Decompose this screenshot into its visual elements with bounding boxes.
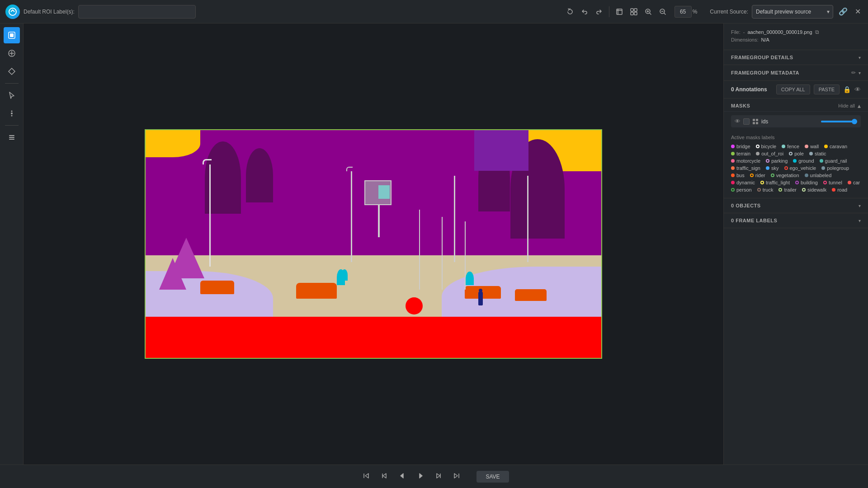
zoom-input[interactable] [675,6,692,18]
svg-point-0 [9,8,16,15]
label-dot-ego_vehicle [784,166,788,170]
label-text-sidewalk: sidewalk [807,187,826,192]
link-btn[interactable]: 🔗 [837,5,849,18]
zoom-out-btn[interactable] [656,6,669,17]
label-dot-bicycle [756,145,760,148]
label-dot-fence [782,145,785,148]
label-text-car: car [853,180,860,185]
label-item-sky[interactable]: sky [766,165,779,171]
label-item-traffic_light[interactable]: traffic_light [760,180,790,185]
pole2 [442,217,443,290]
label-dot-static [809,152,813,155]
sidebar-misc-btn[interactable] [4,129,20,145]
zoom-in-btn[interactable] [642,6,655,17]
framegroup-details-chevron: ▾ [859,55,861,60]
sidebar-divider-2 [5,125,19,126]
source-select-wrapper: Default preview source [752,5,833,19]
sidebar-layers-btn[interactable] [4,27,20,43]
sidebar-shapes-btn[interactable] [4,45,20,61]
label-item-vegetation[interactable]: vegetation [771,173,799,178]
svg-rect-5 [634,12,637,15]
mask-checkbox[interactable] [743,118,750,125]
framegroup-metadata-edit-icon[interactable]: ✏ [851,70,856,76]
label-item-caravan[interactable]: caravan [824,144,847,149]
car3 [465,286,501,299]
source-select[interactable]: Default preview source [752,5,833,19]
label-item-building[interactable]: building [795,180,818,185]
label-item-truck[interactable]: truck [757,187,774,192]
label-item-ego_vehicle[interactable]: ego_vehicle [784,165,816,171]
car1 [200,281,234,294]
label-item-out_of_roi[interactable]: out_of_roi [756,151,783,156]
next-key-btn[interactable] [431,469,446,484]
label-item-bus[interactable]: bus [731,173,745,178]
label-item-dynamic[interactable]: dynamic [731,180,755,185]
label-item-bicycle[interactable]: bicycle [756,144,777,149]
roi-label-input[interactable] [78,5,196,19]
sidebar-extra-btn[interactable] [4,105,20,122]
label-item-guard_rail[interactable]: guard_rail [820,158,847,164]
label-item-tunnel[interactable]: tunnel [823,180,842,185]
svg-rect-1 [617,9,622,14]
save-btn[interactable]: SAVE [476,471,509,483]
label-item-bridge[interactable]: bridge [731,144,750,149]
framegroup-details-header[interactable]: FRAMEGROUP DETAILS ▾ [724,50,868,65]
sidebar-cursor-btn[interactable] [4,87,20,103]
first-frame-btn[interactable] [359,469,373,484]
label-text-tunnel: tunnel [829,180,842,185]
close-btn[interactable]: ✕ [853,5,863,18]
label-text-out_of_roi: out_of_roi [761,151,783,156]
label-item-pole[interactable]: pole [789,151,804,156]
undo-btn[interactable] [578,6,591,17]
sidebar-label-btn[interactable] [4,63,20,80]
label-item-person[interactable]: person [731,187,752,192]
label-item-trailer[interactable]: trailer [778,187,797,192]
label-text-sky: sky [771,165,779,171]
label-item-car[interactable]: car [848,180,860,185]
masks-collapse-icon[interactable]: ▴ [858,102,861,109]
label-item-road[interactable]: road [832,187,847,192]
mask-slider[interactable] [821,121,857,122]
mask-grid-icon [752,118,759,125]
label-item-unlabeled[interactable]: unlabeled [805,173,832,178]
frame-btn[interactable] [627,6,640,17]
active-labels-section: Active masks labels bridgebicyclefencewa… [724,131,868,198]
mask-eye-toggle[interactable]: 👁 [735,118,741,125]
svg-rect-3 [634,9,637,11]
label-text-dynamic: dynamic [736,180,755,185]
label-item-fence[interactable]: fence [782,144,799,149]
label-item-ground[interactable]: ground [793,158,814,164]
framegroup-metadata-chevron: ▾ [859,70,861,75]
label-dot-polegroup [821,166,825,170]
label-item-motorcycle[interactable]: motorcycle [731,158,760,164]
lock-icon[interactable]: 🔒 [843,86,851,93]
label-item-traffic_sign[interactable]: traffic_sign [731,165,760,171]
prev-btn[interactable] [395,469,410,484]
image-canvas[interactable] [145,129,602,359]
label-item-terrain[interactable]: terrain [731,151,750,156]
zoom-display: % [675,6,698,18]
label-item-polegroup[interactable]: polegroup [821,165,849,171]
last-frame-btn[interactable] [449,469,464,484]
hide-all-btn[interactable]: Hide all [838,103,855,108]
label-item-wall[interactable]: wall [805,144,819,149]
crop-btn[interactable] [613,6,626,17]
framegroup-metadata-header[interactable]: FRAMEGROUP METADATA ✏ ▾ [724,65,868,81]
label-item-rider[interactable]: rider [750,173,765,178]
copy-icon[interactable]: ⧉ [815,29,819,35]
copy-all-btn[interactable]: COPY ALL [776,84,810,94]
paste-btn[interactable]: PASTE [814,84,840,94]
reset-btn[interactable] [564,6,576,17]
label-item-static[interactable]: static [809,151,826,156]
label-item-parking[interactable]: parking [766,158,788,164]
label-text-traffic_sign: traffic_sign [736,165,760,171]
label-dot-wall [805,145,808,148]
prev-key-btn[interactable] [377,469,392,484]
label-dot-vegetation [771,174,774,177]
eye-icon[interactable]: 👁 [854,86,861,93]
frame-labels-row[interactable]: 0 FRAME LABELS ▾ [724,213,868,228]
next-btn[interactable] [413,469,428,484]
objects-row[interactable]: 0 OBJECTS ▾ [724,198,868,213]
label-item-sidewalk[interactable]: sidewalk [802,187,826,192]
redo-btn[interactable] [593,6,605,17]
